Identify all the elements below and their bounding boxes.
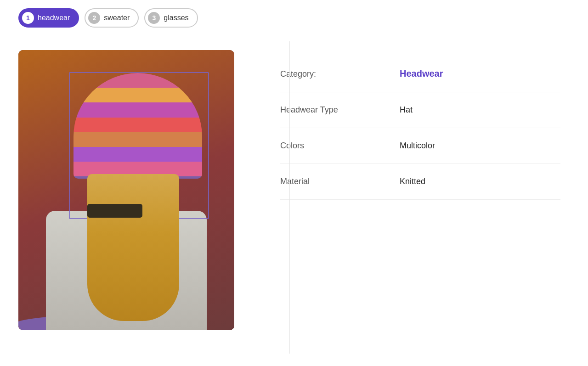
image-panel: 3 2 — [18, 50, 253, 330]
tab-badge-headwear: 1 — [22, 12, 34, 24]
tab-label-glasses: glasses — [164, 14, 188, 22]
colors-value: Multicolor — [400, 141, 435, 151]
info-panel: Category: Headwear Headwear Type Hat Col… — [271, 50, 570, 330]
hat-stripe-4 — [74, 118, 202, 132]
vertical-divider — [289, 41, 290, 354]
sunglasses — [87, 204, 142, 218]
tab-glasses[interactable]: 3 glasses — [144, 8, 198, 28]
hat-stripe-6 — [74, 147, 202, 162]
material-value: Knitted — [400, 177, 425, 186]
main-content: 3 2 Category: Headwear Headwear Type Hat… — [0, 36, 588, 344]
hat-stripe-3 — [74, 102, 202, 117]
hair — [87, 174, 179, 321]
colors-label: Colors — [280, 141, 400, 151]
headwear-type-value: Hat — [400, 105, 413, 115]
headwear-type-label: Headwear Type — [280, 105, 400, 115]
tab-label-sweater: sweater — [104, 14, 130, 22]
material-row: Material Knitted — [280, 164, 560, 200]
category-value: Headwear — [400, 68, 443, 79]
tab-badge-sweater: 2 — [88, 12, 100, 24]
hat-visual — [74, 73, 202, 179]
tab-sweater[interactable]: 2 sweater — [85, 8, 139, 28]
fashion-image: 3 2 — [18, 50, 234, 330]
tab-headwear[interactable]: 1 headwear — [18, 8, 79, 28]
tab-badge-glasses: 3 — [148, 12, 160, 24]
tab-bar: 1 headwear 2 sweater 3 glasses — [0, 0, 588, 36]
colors-row: Colors Multicolor — [280, 128, 560, 164]
hat-stripe-1 — [74, 73, 202, 88]
category-row: Category: Headwear — [280, 64, 560, 92]
material-label: Material — [280, 177, 400, 186]
headwear-type-row: Headwear Type Hat — [280, 92, 560, 128]
tab-label-headwear: headwear — [38, 14, 70, 22]
hat-stripe-5 — [74, 132, 202, 147]
category-label: Category: — [280, 69, 400, 79]
hat-stripe-2 — [74, 88, 202, 102]
